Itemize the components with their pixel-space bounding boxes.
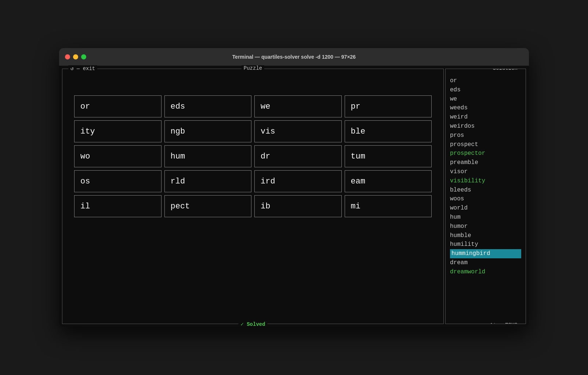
solution-panel: Solution ↑↓ — move oredsweweedsweirdweir… [445, 69, 526, 324]
cell-1-2[interactable]: vis [254, 120, 342, 142]
cell-1-3[interactable]: ble [345, 120, 432, 142]
cell-3-2[interactable]: ird [254, 170, 342, 192]
solution-item[interactable]: hum [449, 213, 523, 222]
terminal-window: Terminal — quartiles-solver solve -d 120… [59, 48, 529, 327]
cell-0-3[interactable]: pr [345, 95, 432, 117]
solution-item[interactable]: visor [449, 167, 523, 176]
solution-item[interactable]: humility [449, 240, 523, 249]
solution-item[interactable]: pros [449, 131, 523, 140]
close-button[interactable] [65, 54, 70, 59]
solution-item[interactable]: preamble [449, 158, 523, 167]
cell-2-3[interactable]: tum [345, 145, 432, 167]
solution-item[interactable]: weeds [449, 103, 523, 113]
solution-item[interactable]: or [449, 76, 523, 85]
solution-item[interactable]: bleeds [449, 186, 523, 195]
cell-1-1[interactable]: ngb [164, 120, 252, 142]
exit-label: ↺ — exit [68, 65, 97, 72]
cell-3-1[interactable]: rld [164, 170, 252, 192]
solution-item[interactable]: weird [449, 113, 523, 122]
solution-item[interactable]: humor [449, 222, 523, 231]
cell-2-2[interactable]: dr [254, 145, 342, 167]
solution-item[interactable]: dreamworld [449, 267, 523, 277]
window-title: Terminal — quartiles-solver solve -d 120… [232, 54, 356, 60]
solution-item[interactable]: dream [449, 258, 523, 267]
puzzle-row: os rld ird eam [74, 170, 432, 192]
puzzle-title: Puzzle [242, 65, 264, 71]
puzzle-row: or eds we pr [74, 95, 432, 117]
maximize-button[interactable] [81, 54, 86, 59]
cell-2-0[interactable]: wo [74, 145, 161, 167]
solution-title: Solution [491, 69, 520, 71]
puzzle-row: wo hum dr tum [74, 145, 432, 167]
cell-2-1[interactable]: hum [164, 145, 252, 167]
cell-4-2[interactable]: ib [254, 195, 342, 217]
solved-label: ✓ Solved [238, 321, 267, 327]
minimize-button[interactable] [73, 54, 78, 59]
puzzle-row: il pect ib mi [74, 195, 432, 217]
solution-item[interactable]: prospect [449, 140, 523, 149]
cell-0-0[interactable]: or [74, 95, 161, 117]
cell-3-3[interactable]: eam [345, 170, 432, 192]
terminal-body: ↺ — exit Puzzle ✓ Solved or eds we pr it… [59, 66, 529, 327]
solution-item[interactable]: visibility [449, 176, 523, 186]
puzzle-grid: or eds we pr ity ngb vis ble wo hum dr [67, 95, 439, 217]
solution-item[interactable]: weirdos [449, 122, 523, 131]
solution-item[interactable]: prospector [449, 149, 523, 158]
solution-item[interactable]: eds [449, 85, 523, 95]
puzzle-panel: ↺ — exit Puzzle ✓ Solved or eds we pr it… [62, 69, 444, 324]
cell-4-1[interactable]: pect [164, 195, 252, 217]
solution-item[interactable]: world [449, 204, 523, 213]
cell-4-0[interactable]: il [74, 195, 161, 217]
cell-4-3[interactable]: mi [345, 195, 432, 217]
solution-item[interactable]: hummingbird [449, 249, 523, 258]
cell-0-1[interactable]: eds [164, 95, 252, 117]
move-label: ↑↓ — move [487, 321, 520, 324]
solution-item[interactable]: woos [449, 194, 523, 204]
titlebar: Terminal — quartiles-solver solve -d 120… [59, 48, 529, 66]
solution-item[interactable]: humble [449, 231, 523, 240]
solution-list: oredsweweedsweirdweirdosprosprospectpros… [449, 76, 523, 277]
puzzle-row: ity ngb vis ble [74, 120, 432, 142]
cell-1-0[interactable]: ity [74, 120, 161, 142]
solution-item[interactable]: we [449, 95, 523, 104]
traffic-lights [65, 54, 86, 59]
cell-3-0[interactable]: os [74, 170, 161, 192]
cell-0-2[interactable]: we [254, 95, 342, 117]
